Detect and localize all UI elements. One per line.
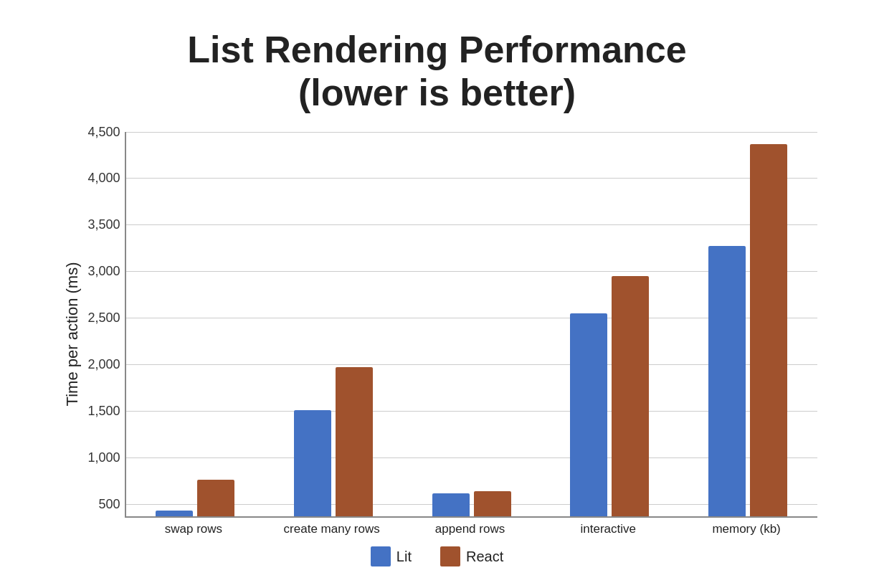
y-tick-label: 500	[98, 496, 120, 511]
y-tick-label: 3,000	[87, 264, 120, 279]
y-tick-label: 1,000	[87, 450, 120, 465]
x-label: create many rows	[262, 522, 401, 536]
bar-react	[612, 276, 649, 516]
y-axis-label: Time per action (ms)	[57, 132, 82, 536]
chart-area: Time per action (ms) 4,5004,0003,5003,00…	[57, 132, 817, 536]
chart-container: List Rendering Performance (lower is bet…	[43, 14, 832, 574]
bar-react	[474, 491, 511, 516]
y-tick-label: 2,000	[87, 357, 120, 372]
bar-lit	[570, 313, 607, 516]
x-label: memory (kb)	[678, 522, 816, 536]
y-tick-label: 1,500	[87, 403, 120, 418]
grid-line	[126, 178, 817, 179]
legend-item: Lit	[371, 546, 412, 566]
legend-swatch	[371, 546, 391, 566]
y-tick-label: 4,000	[87, 171, 120, 186]
bar-lit	[294, 410, 331, 516]
y-tick-label: 4,500	[87, 124, 120, 139]
chart-title: List Rendering Performance (lower is bet…	[187, 29, 686, 115]
y-tick-label: 3,500	[87, 217, 120, 232]
x-label: interactive	[539, 522, 678, 536]
legend-swatch	[440, 546, 460, 566]
grid-line	[126, 224, 817, 225]
bar-react	[336, 367, 373, 516]
bar-react	[197, 480, 234, 516]
x-label: swap rows	[125, 522, 263, 536]
grid-and-bars: 4,5004,0003,5003,0002,5002,0001,5001,000…	[125, 132, 817, 518]
bar-lit	[432, 493, 470, 516]
chart-legend: LitReact	[371, 546, 503, 566]
legend-item: React	[440, 546, 503, 566]
grid-line	[126, 132, 817, 133]
bar-lit	[156, 511, 193, 516]
chart-inner: 4,5004,0003,5003,0002,5002,0001,5001,000…	[82, 132, 817, 536]
x-label: append rows	[401, 522, 539, 536]
legend-label: React	[466, 549, 503, 565]
bar-lit	[708, 246, 746, 516]
x-labels: swap rowscreate many rowsappend rowsinte…	[125, 522, 817, 536]
y-tick-label: 2,500	[87, 310, 120, 326]
legend-label: Lit	[396, 549, 412, 565]
bar-react	[750, 144, 787, 516]
